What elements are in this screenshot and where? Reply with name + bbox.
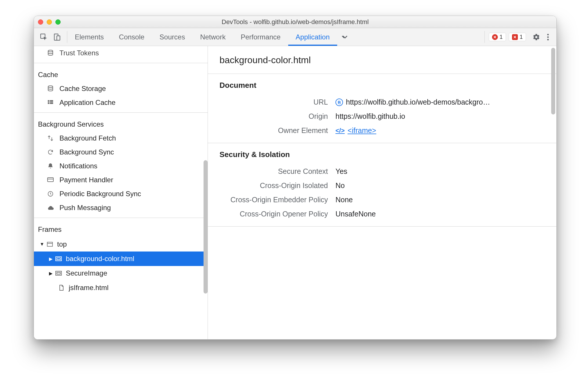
sidebar-item-label: Push Messaging [59,204,111,212]
tab-elements[interactable]: Elements [67,28,111,46]
value-cross-origin-isolated: No [335,181,556,190]
frame-label: top [57,240,67,248]
credit-card-icon [46,177,55,183]
section-document: Document [208,74,556,95]
tab-network[interactable]: Network [193,28,233,46]
row-owner-element: Owner Element </> <iframe> [208,123,556,138]
row-coep: Cross-Origin Embedder Policy None [208,193,556,207]
issue-icon: ✕ [512,34,518,40]
database-icon [46,50,55,57]
sidebar-item-background-sync[interactable]: Background Sync [34,145,208,159]
row-secure-context: Secure Context Yes [208,164,556,178]
close-window-icon[interactable] [38,19,43,25]
svg-rect-8 [48,100,50,102]
row-origin: Origin https://wolfib.github.io [208,109,556,123]
label-owner-element: Owner Element [208,126,335,135]
section-security-isolation: Security & Isolation [208,143,556,164]
sidebar-item-label: Periodic Background Sync [59,190,141,198]
frame-label: SecureImage [66,269,107,277]
sidebar-section-frames: Frames [34,221,208,236]
row-coop: Cross-Origin Opener Policy UnsafeNone [208,207,556,221]
sidebar-item-trust-tokens[interactable]: Trust Tokens [34,46,208,60]
devtools-window: DevTools - wolfib.github.io/web-demos/js… [34,16,557,340]
zoom-window-icon[interactable] [55,19,61,25]
error-count-badge[interactable]: ✕ 1 [489,33,506,41]
issue-count: 1 [520,34,523,40]
grid-icon [46,99,55,106]
database-icon [46,85,55,92]
row-cross-origin-isolated: Cross-Origin Isolated No [208,178,556,193]
svg-point-5 [547,39,549,40]
window-title: DevTools - wolfib.github.io/web-demos/js… [34,18,556,26]
titlebar: DevTools - wolfib.github.io/web-demos/js… [34,16,556,28]
window-icon [46,242,54,247]
code-icon: </> [335,127,345,134]
label-secure-context: Secure Context [208,167,335,176]
tab-sources[interactable]: Sources [152,28,193,46]
sidebar-item-label: Background Sync [59,148,114,156]
clock-icon [46,191,55,197]
sidebar-section-cache: Cache [34,66,208,82]
sidebar-item-background-fetch[interactable]: Background Fetch [34,131,208,145]
tab-performance[interactable]: Performance [233,28,288,46]
label-coop: Cross-Origin Opener Policy [208,210,335,218]
kebab-menu-icon[interactable] [544,33,552,41]
minimize-window-icon[interactable] [47,19,52,25]
sidebar-scrollbar[interactable] [204,160,208,294]
tab-console[interactable]: Console [111,28,152,46]
frame-details-panel: background-color.html Document URL ⎘ htt… [208,46,556,339]
sidebar-item-periodic-background-sync[interactable]: Periodic Background Sync [34,187,208,201]
tabs-overflow-icon[interactable] [337,28,352,46]
value-url: ⎘ https://wolfib.github.io/web-demos/bac… [335,98,556,106]
device-toggle-icon[interactable] [53,33,61,41]
value-coop: UnsafeNone [335,210,556,218]
frame-label: background-color.html [66,255,134,263]
window-controls [38,16,61,28]
sidebar-item-push-messaging[interactable]: Push Messaging [34,201,208,215]
frames-tree: ▼ top ▶ background-colo [34,236,208,295]
label-origin: Origin [208,112,335,121]
frame-tree-top[interactable]: ▼ top [34,237,208,252]
link-pill-icon[interactable]: ⎘ [335,99,343,106]
sidebar-item-label: Trust Tokens [59,49,99,57]
svg-point-7 [48,86,53,88]
value-owner-element[interactable]: </> <iframe> [335,126,556,135]
label-url: URL [208,98,335,106]
settings-icon[interactable] [532,33,541,41]
svg-rect-15 [47,242,52,246]
sidebar-item-label: Application Cache [59,99,115,107]
svg-rect-2 [57,36,60,40]
frame-label: jsIframe.html [69,284,108,292]
sync-icon [46,149,55,155]
value-secure-context: Yes [335,167,556,176]
sidebar-item-cache-storage[interactable]: Cache Storage [34,82,208,96]
svg-rect-12 [48,178,53,182]
frame-tree-background-color[interactable]: ▶ background-color.html [34,252,208,266]
fetch-icon [46,135,55,141]
issue-count-badge[interactable]: ✕ 1 [509,33,526,41]
label-cross-origin-isolated: Cross-Origin Isolated [208,181,335,190]
cloud-icon [46,205,55,210]
frame-tree-secure-image[interactable]: ▶ SecureImage [34,266,208,280]
row-url: URL ⎘ https://wolfib.github.io/web-demos… [208,95,556,109]
application-sidebar: Trust Tokens Cache Cache Storage [34,46,208,339]
frame-tree-jsiframe[interactable]: jsIframe.html [34,280,208,295]
label-coep: Cross-Origin Embedder Policy [208,196,335,204]
embed-icon [54,271,63,276]
svg-point-4 [547,36,549,38]
svg-rect-20 [57,272,60,274]
chevron-right-icon: ▶ [48,271,53,276]
tab-application[interactable]: Application [288,28,337,46]
file-icon [57,285,66,291]
panel-tabs: Elements Console Sources Network Perform… [67,28,484,46]
sidebar-item-payment-handler[interactable]: Payment Handler [34,173,208,187]
panel-body: Trust Tokens Cache Cache Storage [34,46,556,339]
sidebar-item-notifications[interactable]: Notifications [34,159,208,173]
sidebar-item-application-cache[interactable]: Application Cache [34,96,208,110]
sidebar-item-label: Notifications [59,162,97,170]
chevron-down-icon: ▼ [40,242,44,247]
details-scrollbar[interactable] [551,48,555,114]
inspect-element-icon[interactable] [40,33,48,41]
frame-details-title: background-color.html [208,46,556,74]
embed-icon [54,256,63,261]
